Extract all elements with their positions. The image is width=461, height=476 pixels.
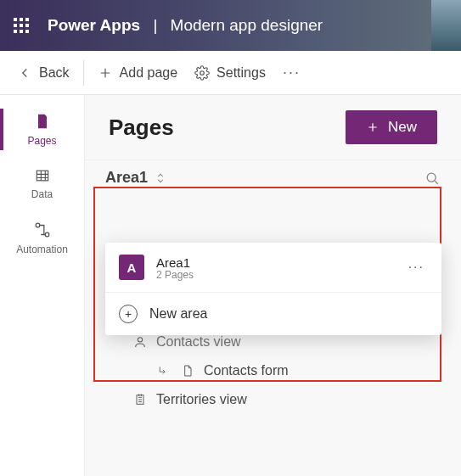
area-dropdown-item[interactable]: A Area1 2 Pages ··· xyxy=(105,243,441,292)
new-area-button[interactable]: + New area xyxy=(105,293,441,335)
area-item-more-icon[interactable]: ··· xyxy=(405,256,428,278)
territories-icon xyxy=(132,392,148,407)
area-selector[interactable]: Area1 xyxy=(85,160,461,195)
rail-data-label: Data xyxy=(31,188,53,200)
back-label: Back xyxy=(39,65,70,81)
area-item-name: Area1 xyxy=(156,255,393,270)
page-icon xyxy=(34,112,51,131)
svg-point-5 xyxy=(138,338,142,342)
back-arrow-icon xyxy=(17,65,32,81)
person-icon xyxy=(132,335,148,349)
cmd-divider xyxy=(83,60,84,86)
circle-plus-icon: + xyxy=(119,305,138,323)
back-button[interactable]: Back xyxy=(8,60,78,86)
search-icon[interactable] xyxy=(424,170,441,187)
chevron-updown-icon xyxy=(155,171,166,186)
add-page-button[interactable]: Add page xyxy=(89,60,187,86)
subitem-icon xyxy=(156,365,171,377)
settings-label: Settings xyxy=(216,65,266,81)
svg-rect-1 xyxy=(37,171,48,181)
command-bar: Back Add page Settings ··· xyxy=(0,51,461,95)
rail-automation[interactable]: Automation xyxy=(0,210,84,266)
plus-icon xyxy=(366,120,379,134)
area-selector-label: Area1 xyxy=(105,169,148,187)
automation-icon xyxy=(33,221,52,239)
gear-icon xyxy=(194,65,210,81)
add-page-label: Add page xyxy=(120,65,178,81)
more-commands-button[interactable]: ··· xyxy=(274,59,309,87)
rail-data[interactable]: Data xyxy=(0,157,84,210)
new-button-label: New xyxy=(388,119,417,136)
tree-territories-view[interactable]: Territories view xyxy=(109,385,461,414)
svg-point-2 xyxy=(36,223,40,227)
svg-point-0 xyxy=(200,70,205,75)
main-header: Pages New xyxy=(85,110,461,144)
page-title: Pages xyxy=(109,115,174,141)
app-header: Power Apps | Modern app designer xyxy=(0,0,461,51)
header-decor xyxy=(431,0,461,51)
data-icon xyxy=(34,167,51,184)
svg-point-4 xyxy=(427,173,436,182)
brand-title: Power Apps | Modern app designer xyxy=(48,16,323,35)
tree-territories-view-label: Territories view xyxy=(156,392,247,407)
rail-pages[interactable]: Pages xyxy=(0,102,84,157)
area-avatar: A xyxy=(119,255,144,280)
settings-button[interactable]: Settings xyxy=(186,60,274,86)
nav-rail: Pages Data Automation xyxy=(0,95,85,476)
tree-contacts-form[interactable]: Contacts form xyxy=(109,356,461,385)
brand-name: Power Apps xyxy=(48,16,140,34)
area-dropdown: A Area1 2 Pages ··· + New area xyxy=(105,243,441,335)
form-icon xyxy=(180,363,195,378)
area-item-subtitle: 2 Pages xyxy=(156,270,393,280)
plus-icon xyxy=(98,65,113,81)
brand-separator: | xyxy=(153,16,157,34)
page-tree: Contacts view Contacts form Territories … xyxy=(85,322,461,414)
waffle-icon[interactable] xyxy=(14,18,29,33)
rail-pages-label: Pages xyxy=(27,135,56,147)
new-area-label: New area xyxy=(149,306,207,322)
tree-contacts-form-label: Contacts form xyxy=(204,363,289,378)
tree-contacts-view-label: Contacts view xyxy=(156,334,241,350)
new-button[interactable]: New xyxy=(346,110,437,144)
svg-point-3 xyxy=(45,232,49,237)
rail-automation-label: Automation xyxy=(16,244,68,255)
brand-subtitle: Modern app designer xyxy=(171,16,323,34)
